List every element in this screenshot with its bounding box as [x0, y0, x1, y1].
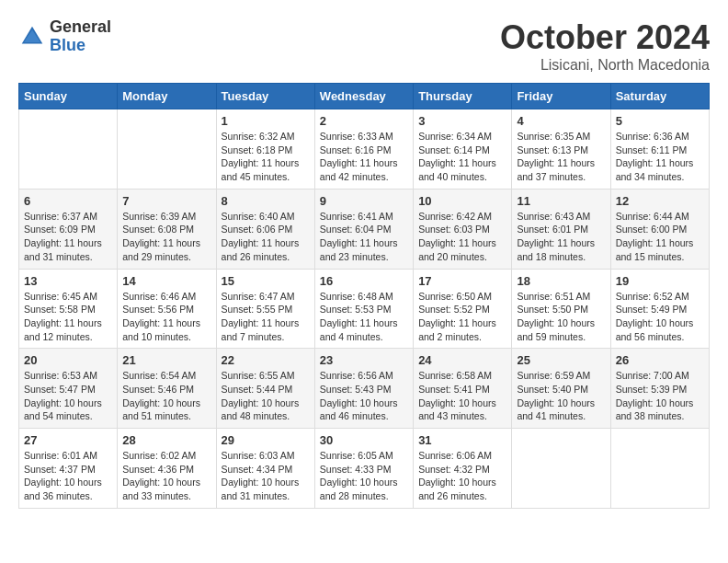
day-number: 1 — [222, 114, 310, 128]
day-info: Sunrise: 6:05 AM Sunset: 4:33 PM Dayligh… — [320, 449, 408, 503]
day-number: 3 — [418, 114, 506, 128]
day-info: Sunrise: 6:50 AM Sunset: 5:52 PM Dayligh… — [418, 290, 506, 344]
day-info: Sunrise: 6:35 AM Sunset: 6:13 PM Dayligh… — [517, 130, 605, 184]
day-number: 15 — [222, 274, 310, 288]
day-number: 28 — [122, 433, 210, 447]
calendar-cell: 14Sunrise: 6:46 AM Sunset: 5:56 PM Dayli… — [118, 269, 216, 349]
calendar-cell: 7Sunrise: 6:39 AM Sunset: 6:08 PM Daylig… — [118, 189, 216, 269]
header-saturday: Saturday — [610, 84, 709, 109]
day-info: Sunrise: 6:39 AM Sunset: 6:08 PM Dayligh… — [122, 210, 210, 264]
day-number: 30 — [320, 433, 408, 447]
day-info: Sunrise: 6:47 AM Sunset: 5:55 PM Dayligh… — [222, 290, 310, 344]
logo: General Blue — [18, 18, 111, 55]
calendar-cell: 3Sunrise: 6:34 AM Sunset: 6:14 PM Daylig… — [414, 109, 512, 190]
day-info: Sunrise: 6:48 AM Sunset: 5:53 PM Dayligh… — [320, 290, 408, 344]
day-number: 10 — [418, 194, 506, 208]
day-number: 26 — [616, 353, 704, 367]
day-number: 11 — [517, 194, 605, 208]
logo-text: General Blue — [50, 18, 111, 55]
day-info: Sunrise: 6:02 AM Sunset: 4:36 PM Dayligh… — [122, 449, 210, 503]
location-title: Lisicani, North Macedonia — [500, 57, 710, 74]
week-row-2: 6Sunrise: 6:37 AM Sunset: 6:09 PM Daylig… — [19, 189, 710, 269]
day-info: Sunrise: 6:32 AM Sunset: 6:18 PM Dayligh… — [222, 130, 310, 184]
header-wednesday: Wednesday — [314, 84, 413, 109]
logo-icon — [18, 23, 46, 51]
day-info: Sunrise: 6:40 AM Sunset: 6:06 PM Dayligh… — [222, 210, 310, 264]
day-info: Sunrise: 6:42 AM Sunset: 6:03 PM Dayligh… — [418, 210, 506, 264]
calendar-cell: 5Sunrise: 6:36 AM Sunset: 6:11 PM Daylig… — [610, 109, 709, 190]
day-number: 6 — [24, 194, 112, 208]
day-info: Sunrise: 6:34 AM Sunset: 6:14 PM Dayligh… — [418, 130, 506, 184]
day-number: 13 — [24, 274, 112, 288]
calendar-header-row: SundayMondayTuesdayWednesdayThursdayFrid… — [19, 84, 710, 109]
day-number: 14 — [122, 274, 210, 288]
calendar-cell: 10Sunrise: 6:42 AM Sunset: 6:03 PM Dayli… — [414, 189, 512, 269]
day-number: 25 — [517, 353, 605, 367]
day-number: 23 — [320, 353, 408, 367]
day-info: Sunrise: 6:06 AM Sunset: 4:32 PM Dayligh… — [418, 449, 506, 503]
day-info: Sunrise: 6:36 AM Sunset: 6:11 PM Dayligh… — [616, 130, 704, 184]
calendar-cell: 19Sunrise: 6:52 AM Sunset: 5:49 PM Dayli… — [610, 269, 709, 349]
calendar-cell: 24Sunrise: 6:58 AM Sunset: 5:41 PM Dayli… — [414, 349, 512, 429]
calendar-cell: 25Sunrise: 6:59 AM Sunset: 5:40 PM Dayli… — [512, 349, 610, 429]
calendar-table: SundayMondayTuesdayWednesdayThursdayFrid… — [18, 83, 710, 509]
week-row-5: 27Sunrise: 6:01 AM Sunset: 4:37 PM Dayli… — [19, 429, 710, 509]
day-info: Sunrise: 6:37 AM Sunset: 6:09 PM Dayligh… — [24, 210, 112, 264]
day-info: Sunrise: 6:54 AM Sunset: 5:46 PM Dayligh… — [122, 369, 210, 423]
day-number: 21 — [122, 353, 210, 367]
calendar-cell: 15Sunrise: 6:47 AM Sunset: 5:55 PM Dayli… — [216, 269, 314, 349]
day-info: Sunrise: 6:59 AM Sunset: 5:40 PM Dayligh… — [517, 369, 605, 423]
header-tuesday: Tuesday — [216, 84, 314, 109]
calendar-cell — [610, 429, 709, 509]
calendar-cell: 2Sunrise: 6:33 AM Sunset: 6:16 PM Daylig… — [314, 109, 413, 190]
day-info: Sunrise: 6:41 AM Sunset: 6:04 PM Dayligh… — [320, 210, 408, 264]
day-info: Sunrise: 7:00 AM Sunset: 5:39 PM Dayligh… — [616, 369, 704, 423]
week-row-3: 13Sunrise: 6:45 AM Sunset: 5:58 PM Dayli… — [19, 269, 710, 349]
calendar-cell — [512, 429, 610, 509]
day-info: Sunrise: 6:52 AM Sunset: 5:49 PM Dayligh… — [616, 290, 704, 344]
header-monday: Monday — [118, 84, 216, 109]
title-area: October 2024 Lisicani, North Macedonia — [500, 18, 710, 74]
calendar-cell: 6Sunrise: 6:37 AM Sunset: 6:09 PM Daylig… — [19, 189, 118, 269]
day-number: 31 — [418, 433, 506, 447]
calendar-cell: 29Sunrise: 6:03 AM Sunset: 4:34 PM Dayli… — [216, 429, 314, 509]
day-number: 4 — [517, 114, 605, 128]
day-number: 2 — [320, 114, 408, 128]
day-number: 27 — [24, 433, 112, 447]
calendar-cell: 18Sunrise: 6:51 AM Sunset: 5:50 PM Dayli… — [512, 269, 610, 349]
day-number: 5 — [616, 114, 704, 128]
day-info: Sunrise: 6:55 AM Sunset: 5:44 PM Dayligh… — [222, 369, 310, 423]
day-info: Sunrise: 6:46 AM Sunset: 5:56 PM Dayligh… — [122, 290, 210, 344]
day-number: 29 — [222, 433, 310, 447]
calendar-cell: 27Sunrise: 6:01 AM Sunset: 4:37 PM Dayli… — [19, 429, 118, 509]
calendar-cell: 11Sunrise: 6:43 AM Sunset: 6:01 PM Dayli… — [512, 189, 610, 269]
calendar-cell: 28Sunrise: 6:02 AM Sunset: 4:36 PM Dayli… — [118, 429, 216, 509]
day-number: 24 — [418, 353, 506, 367]
day-number: 9 — [320, 194, 408, 208]
day-info: Sunrise: 6:33 AM Sunset: 6:16 PM Dayligh… — [320, 130, 408, 184]
header-sunday: Sunday — [19, 84, 118, 109]
calendar-cell: 22Sunrise: 6:55 AM Sunset: 5:44 PM Dayli… — [216, 349, 314, 429]
day-info: Sunrise: 6:01 AM Sunset: 4:37 PM Dayligh… — [24, 449, 112, 503]
logo-blue-text: Blue — [50, 37, 111, 55]
calendar-cell: 16Sunrise: 6:48 AM Sunset: 5:53 PM Dayli… — [314, 269, 413, 349]
calendar-cell: 31Sunrise: 6:06 AM Sunset: 4:32 PM Dayli… — [414, 429, 512, 509]
header-friday: Friday — [512, 84, 610, 109]
calendar-cell: 21Sunrise: 6:54 AM Sunset: 5:46 PM Dayli… — [118, 349, 216, 429]
header-thursday: Thursday — [414, 84, 512, 109]
day-number: 22 — [222, 353, 310, 367]
day-number: 19 — [616, 274, 704, 288]
calendar-cell: 13Sunrise: 6:45 AM Sunset: 5:58 PM Dayli… — [19, 269, 118, 349]
week-row-1: 1Sunrise: 6:32 AM Sunset: 6:18 PM Daylig… — [19, 109, 710, 190]
month-title: October 2024 — [500, 18, 710, 57]
day-number: 18 — [517, 274, 605, 288]
week-row-4: 20Sunrise: 6:53 AM Sunset: 5:47 PM Dayli… — [19, 349, 710, 429]
day-number: 8 — [222, 194, 310, 208]
calendar-cell: 26Sunrise: 7:00 AM Sunset: 5:39 PM Dayli… — [610, 349, 709, 429]
day-number: 7 — [122, 194, 210, 208]
calendar-cell: 1Sunrise: 6:32 AM Sunset: 6:18 PM Daylig… — [216, 109, 314, 190]
header: General Blue October 2024 Lisicani, Nort… — [18, 18, 710, 74]
day-info: Sunrise: 6:51 AM Sunset: 5:50 PM Dayligh… — [517, 290, 605, 344]
day-info: Sunrise: 6:56 AM Sunset: 5:43 PM Dayligh… — [320, 369, 408, 423]
calendar-cell: 9Sunrise: 6:41 AM Sunset: 6:04 PM Daylig… — [314, 189, 413, 269]
